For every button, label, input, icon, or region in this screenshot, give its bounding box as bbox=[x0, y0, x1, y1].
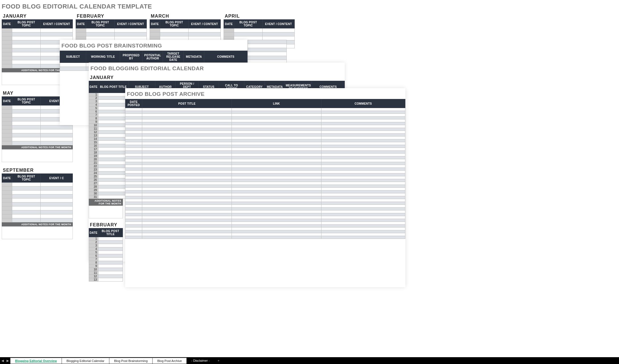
cell[interactable] bbox=[98, 127, 129, 131]
cell[interactable] bbox=[2, 56, 12, 60]
cell[interactable] bbox=[2, 137, 12, 141]
cell[interactable] bbox=[41, 198, 73, 202]
cell[interactable] bbox=[125, 188, 142, 191]
date-cell[interactable]: 12 bbox=[89, 275, 98, 278]
cell[interactable] bbox=[232, 208, 321, 210]
tab-disclaimer[interactable]: - Disclaimer - bbox=[187, 358, 214, 363]
cell[interactable] bbox=[76, 28, 86, 32]
cell[interactable] bbox=[125, 125, 142, 128]
cell[interactable] bbox=[12, 28, 41, 32]
cell[interactable] bbox=[98, 185, 129, 189]
cell[interactable] bbox=[232, 171, 321, 173]
cell[interactable] bbox=[12, 32, 41, 36]
cell[interactable] bbox=[142, 154, 232, 156]
cell[interactable] bbox=[41, 183, 73, 187]
cell[interactable] bbox=[232, 128, 321, 131]
cell[interactable] bbox=[321, 173, 405, 176]
date-cell[interactable]: 10 bbox=[89, 124, 98, 127]
cell[interactable] bbox=[232, 136, 321, 139]
cell[interactable] bbox=[321, 228, 405, 230]
cell[interactable] bbox=[142, 199, 232, 202]
cell[interactable] bbox=[125, 185, 142, 188]
date-cell[interactable]: 4 bbox=[89, 247, 98, 251]
cell[interactable] bbox=[321, 154, 405, 156]
cell[interactable] bbox=[98, 100, 129, 103]
cell[interactable] bbox=[98, 120, 129, 124]
cell[interactable] bbox=[232, 188, 321, 191]
date-cell[interactable]: 30 bbox=[89, 192, 98, 195]
cell[interactable] bbox=[232, 134, 321, 136]
cell[interactable] bbox=[232, 191, 321, 193]
cell[interactable] bbox=[321, 139, 405, 142]
cell[interactable] bbox=[12, 60, 41, 64]
cell[interactable] bbox=[142, 230, 232, 233]
cell[interactable] bbox=[142, 205, 232, 208]
cell[interactable] bbox=[41, 202, 73, 206]
cell[interactable] bbox=[248, 52, 287, 56]
cell[interactable] bbox=[98, 258, 123, 261]
tab-blog-post-archive[interactable]: Blog Post Archive bbox=[152, 358, 187, 364]
cell[interactable] bbox=[321, 111, 405, 114]
cell[interactable] bbox=[12, 40, 41, 44]
cell[interactable] bbox=[125, 145, 142, 148]
cell[interactable] bbox=[232, 228, 321, 230]
cell[interactable] bbox=[232, 108, 321, 111]
date-cell[interactable]: 4 bbox=[89, 103, 98, 107]
cell[interactable] bbox=[142, 108, 232, 111]
cell[interactable] bbox=[232, 162, 321, 165]
notes-box[interactable] bbox=[2, 149, 73, 162]
cell[interactable] bbox=[321, 171, 405, 173]
cell[interactable] bbox=[142, 148, 232, 151]
cell[interactable] bbox=[98, 103, 129, 107]
cell[interactable] bbox=[321, 222, 405, 225]
cell[interactable] bbox=[98, 161, 129, 165]
cell[interactable] bbox=[142, 168, 232, 171]
date-cell[interactable]: 6 bbox=[89, 254, 98, 258]
cell[interactable] bbox=[232, 205, 321, 208]
cell[interactable] bbox=[125, 139, 142, 142]
cell[interactable] bbox=[125, 216, 142, 219]
cell[interactable] bbox=[2, 48, 12, 52]
cell[interactable] bbox=[125, 159, 142, 162]
cell[interactable] bbox=[2, 109, 12, 113]
date-cell[interactable]: 24 bbox=[89, 171, 98, 175]
cell[interactable] bbox=[98, 247, 123, 251]
cell[interactable] bbox=[2, 129, 12, 133]
cell[interactable] bbox=[142, 213, 232, 216]
cell[interactable] bbox=[142, 165, 232, 168]
cell[interactable] bbox=[142, 173, 232, 176]
cell[interactable] bbox=[125, 205, 142, 208]
cell[interactable] bbox=[115, 32, 147, 36]
cell[interactable] bbox=[98, 93, 129, 96]
cell[interactable] bbox=[125, 151, 142, 154]
cell[interactable] bbox=[98, 278, 123, 282]
cell[interactable] bbox=[41, 218, 73, 222]
cell[interactable] bbox=[142, 128, 232, 131]
cell[interactable] bbox=[321, 210, 405, 213]
cell[interactable] bbox=[12, 113, 41, 117]
cell[interactable] bbox=[2, 133, 12, 137]
cell[interactable] bbox=[2, 36, 12, 40]
cell[interactable] bbox=[12, 195, 41, 198]
cell[interactable] bbox=[41, 187, 73, 191]
cell[interactable] bbox=[142, 202, 232, 205]
cell[interactable] bbox=[142, 236, 232, 239]
date-cell[interactable]: 25 bbox=[89, 175, 98, 178]
cell[interactable] bbox=[2, 198, 12, 202]
cell[interactable] bbox=[2, 214, 12, 218]
cell[interactable] bbox=[98, 168, 129, 171]
cell[interactable] bbox=[125, 208, 142, 210]
cell[interactable] bbox=[232, 236, 321, 239]
cell[interactable] bbox=[98, 261, 123, 264]
cell[interactable] bbox=[98, 165, 129, 168]
cell[interactable] bbox=[12, 129, 41, 133]
cell[interactable] bbox=[232, 202, 321, 205]
cell[interactable] bbox=[125, 176, 142, 179]
cell[interactable] bbox=[2, 32, 12, 36]
cell[interactable] bbox=[125, 154, 142, 156]
cell[interactable] bbox=[321, 114, 405, 117]
cell[interactable] bbox=[142, 216, 232, 219]
cell[interactable] bbox=[142, 182, 232, 185]
cell[interactable] bbox=[142, 111, 232, 114]
cell[interactable] bbox=[142, 125, 232, 128]
